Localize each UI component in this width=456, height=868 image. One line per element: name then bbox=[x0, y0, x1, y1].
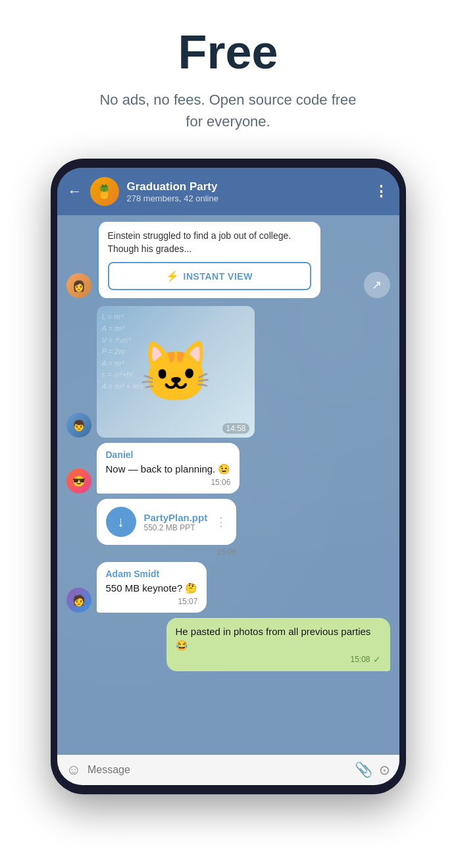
file-name: PartyPlan.ppt bbox=[144, 512, 208, 523]
file-info: PartyPlan.ppt 550.2 MB PPT bbox=[144, 512, 208, 532]
adam-message-time: 15:07 bbox=[178, 597, 197, 606]
sticker-row: 👦 L = πr²A = πr²V = ⁴⁄₃πr³P = 2πrA = πr²… bbox=[66, 306, 390, 438]
file-options-button[interactable]: ⋮ bbox=[215, 515, 227, 529]
adam-message-text: 550 MB keynote? 🤔 bbox=[106, 581, 198, 595]
share-button[interactable]: ↗ bbox=[364, 272, 390, 298]
sender-avatar-guy: 👦 bbox=[66, 413, 91, 438]
group-status: 278 members, 42 online bbox=[127, 193, 366, 203]
group-name: Graduation Party bbox=[127, 180, 366, 193]
daniel-sender-name: Daniel bbox=[106, 449, 231, 460]
daniel-message-footer: 15:06 bbox=[106, 478, 231, 487]
adam-sender-name: Adam Smidt bbox=[106, 569, 198, 579]
sticker-container: L = πr²A = πr²V = ⁴⁄₃πr³P = 2πrA = πr²s … bbox=[97, 306, 255, 438]
adam-bubble: Adam Smidt 550 MB keynote? 🤔 15:07 bbox=[97, 562, 207, 613]
file-bubble: ↓ PartyPlan.ppt 550.2 MB PPT ⋮ bbox=[97, 499, 237, 545]
page-title: Free bbox=[178, 26, 278, 78]
sticker-timestamp: 14:58 bbox=[222, 423, 249, 434]
adam-avatar: 🧑 bbox=[66, 588, 91, 613]
read-receipt-icon: ✓ bbox=[373, 654, 381, 665]
instant-view-label: INSTANT VIEW bbox=[184, 271, 253, 282]
back-button[interactable]: ← bbox=[68, 183, 82, 200]
daniel-message-time: 15:06 bbox=[211, 478, 230, 487]
chat-body: 👩 Einstein struggled to find a job out o… bbox=[57, 215, 399, 755]
phone-screen: ← 🍍 Graduation Party 278 members, 42 onl… bbox=[57, 168, 399, 785]
daniel-avatar: 😎 bbox=[66, 469, 91, 494]
attach-button[interactable]: 📎 bbox=[355, 761, 372, 779]
adam-message-row: 🧑 Adam Smidt 550 MB keynote? 🤔 15:07 bbox=[66, 562, 390, 613]
message-input[interactable] bbox=[88, 764, 348, 776]
daniel-message-text: Now — back to planning. 😉 bbox=[106, 462, 231, 476]
daniel-message-row: 😎 Daniel Now — back to planning. 😉 15:06 bbox=[66, 443, 390, 494]
group-info: Graduation Party 278 members, 42 online bbox=[127, 180, 366, 203]
daniel-bubble: Daniel Now — back to planning. 😉 15:06 bbox=[97, 443, 240, 494]
file-timestamp: 15:06 bbox=[97, 548, 237, 557]
instant-view-button[interactable]: ⚡ INSTANT VIEW bbox=[108, 262, 311, 290]
outgoing-message-footer: 15:08 ✓ bbox=[176, 654, 381, 665]
outgoing-message-row: He pasted in photos from all previous pa… bbox=[66, 618, 390, 671]
adam-message-footer: 15:07 bbox=[106, 597, 198, 606]
message-input-bar: ☺ 📎 ⊙ bbox=[57, 755, 399, 785]
emoji-button[interactable]: ☺ bbox=[66, 761, 81, 779]
lightning-icon: ⚡ bbox=[166, 270, 180, 282]
camera-button[interactable]: ⊙ bbox=[379, 762, 390, 778]
link-preview-bubble: Einstein struggled to find a job out of … bbox=[97, 222, 320, 298]
sticker-background: L = πr²A = πr²V = ⁴⁄₃πr³P = 2πrA = πr²s … bbox=[97, 306, 255, 438]
cat-sticker-emoji: 🐱 bbox=[139, 338, 213, 407]
link-preview-text: Einstein struggled to find a job out of … bbox=[108, 230, 311, 255]
outgoing-message-text: He pasted in photos from all previous pa… bbox=[176, 625, 381, 652]
file-meta: 550.2 MB PPT bbox=[144, 523, 208, 532]
hero-subtitle: No ads, no fees. Open source code free f… bbox=[90, 89, 367, 132]
file-message-row: ↓ PartyPlan.ppt 550.2 MB PPT ⋮ 15:06 bbox=[66, 499, 390, 557]
chat-header: ← 🍍 Graduation Party 278 members, 42 onl… bbox=[57, 168, 399, 215]
outgoing-message-time: 15:08 bbox=[350, 655, 370, 664]
phone-mockup: ← 🍍 Graduation Party 278 members, 42 onl… bbox=[51, 159, 406, 794]
file-download-icon[interactable]: ↓ bbox=[106, 507, 136, 537]
sender-avatar-girl: 👩 bbox=[66, 273, 91, 298]
chat-menu-button[interactable]: ⋮ bbox=[374, 183, 389, 200]
link-preview-row: 👩 Einstein struggled to find a job out o… bbox=[66, 222, 390, 298]
group-avatar: 🍍 bbox=[90, 177, 119, 206]
outgoing-bubble: He pasted in photos from all previous pa… bbox=[166, 618, 390, 671]
